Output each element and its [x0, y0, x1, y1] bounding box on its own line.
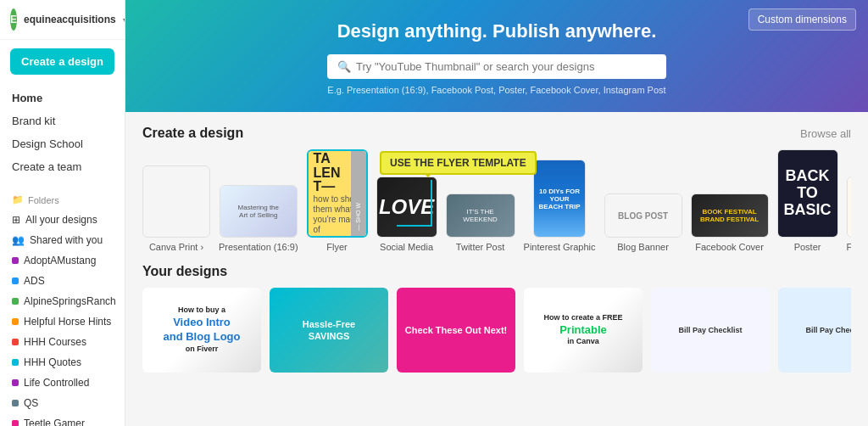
sidebar-item-home[interactable]: Home [0, 87, 125, 109]
blog-banner-thumb: BLOG POST [604, 193, 682, 238]
design-card-1[interactable]: How to buy aVideo Introand Blog Logoon F… [142, 288, 261, 373]
folder-dot-icon [12, 339, 19, 345]
folder-dot-icon [12, 318, 19, 325]
sidebar-item-hhh-quotes[interactable]: HHH Quotes [0, 352, 125, 373]
template-blog-banner[interactable]: BLOG POST Blog Banner [604, 193, 682, 252]
design-card-3[interactable]: Check These Out Next! [397, 288, 515, 373]
fb-cover-thumb: BOOK FESTIVAL BRAND FESTIVAL [691, 193, 769, 238]
canva-print-label: Canva Print › [149, 242, 203, 252]
sidebar-item-teetle-gamer[interactable]: Teetle Gamer [0, 413, 125, 426]
search-input[interactable] [356, 60, 656, 73]
poster-label: Poster [794, 242, 821, 252]
avatar: E [10, 8, 17, 31]
folder-dot-icon [12, 400, 19, 406]
username-label: equineacquisitions [24, 14, 116, 25]
template-fb-cover[interactable]: BOOK FESTIVAL BRAND FESTIVAL Facebook Co… [691, 193, 769, 252]
share-icon: 👥 [12, 234, 25, 246]
sidebar: E equineacquisitions ▾ Create a design H… [0, 0, 125, 426]
canva-print-thumb [142, 165, 210, 238]
custom-dimensions-button[interactable]: Custom dimensions [748, 8, 856, 31]
sidebar-item-hhh-courses[interactable]: HHH Courses [0, 332, 125, 352]
folder-dot-icon [12, 379, 19, 386]
flyer-tooltip: USE THE FLYER TEMPLATE [380, 151, 537, 175]
fb-post-label: Facebook Post [847, 242, 851, 252]
grid-icon: ⊞ [12, 214, 20, 226]
fb-cover-label: Facebook Cover [695, 242, 764, 252]
sidebar-folders-header[interactable]: 📁 Folders [0, 190, 125, 210]
tooltip-line-h [397, 225, 432, 227]
design-card-6[interactable]: Bill Pay Checklist [778, 288, 851, 373]
your-designs-title: Your designs [142, 264, 227, 279]
main-content: Custom dimensions Design anything. Publi… [125, 0, 868, 426]
hero-section: Custom dimensions Design anything. Publi… [125, 0, 868, 112]
design-card-5[interactable]: Bill Pay Checklist [651, 288, 770, 373]
folder-dot-icon [12, 257, 19, 264]
hero-title: Design anything. Publish anywhere. [337, 20, 657, 42]
your-designs-row: How to buy aVideo Introand Blog Logoon F… [142, 288, 851, 373]
social-media-label: Social Media [380, 242, 433, 252]
template-social-media[interactable]: LOVE Social Media [376, 177, 437, 252]
sidebar-item-all-designs[interactable]: ⊞ All your designs [0, 210, 125, 230]
sidebar-item-ads[interactable]: ADS [0, 271, 125, 291]
sidebar-item-adoptamustang[interactable]: AdoptAMustang [0, 250, 125, 271]
sidebar-item-helpful-horse[interactable]: Helpful Horse Hints [0, 311, 125, 332]
template-presentation[interactable]: Mastering theArt of Selling Presentation… [219, 185, 298, 252]
sidebar-item-create-team[interactable]: Create a team [0, 155, 125, 178]
tooltip-line [431, 180, 432, 227]
template-fb-post[interactable]: 🌸 Facebook Post [847, 177, 851, 252]
pinterest-label: Pinterest Graphic [524, 242, 596, 252]
social-media-thumb: LOVE [376, 177, 437, 238]
sidebar-folders-section: 📁 Folders ⊞ All your designs 👥 Shared wi… [0, 190, 125, 426]
folder-dot-icon [12, 298, 19, 305]
create-design-button[interactable]: Create a design [10, 48, 114, 75]
flyer-thumb: TALENT— how to show them what you're mad… [307, 149, 368, 238]
template-flyer[interactable]: TALENT— how to show them what you're mad… [307, 149, 368, 252]
folder-dot-icon [12, 277, 19, 284]
folder-icon: 📁 [12, 194, 24, 205]
design-card-2[interactable]: Hassle-FreeSAVINGS [270, 288, 388, 373]
design-card-4[interactable]: How to create a FREEPrintablein Canva [524, 288, 643, 373]
hero-examples: E.g. Presentation (16:9), Facebook Post,… [327, 85, 665, 95]
sidebar-nav: Home Brand kit Design School Create a te… [0, 83, 125, 182]
template-poster[interactable]: BACK TO BASIC Poster [777, 149, 838, 252]
presentation-label: Presentation (16:9) [219, 242, 298, 252]
sidebar-item-shared[interactable]: 👥 Shared with you [0, 230, 125, 250]
search-icon: 🔍 [337, 60, 351, 73]
folder-dot-icon [12, 359, 19, 366]
pinterest-thumb: 10 DIYs FOR YOUR BEACH TRIP [533, 160, 586, 238]
blog-banner-label: Blog Banner [617, 242, 669, 252]
presentation-thumb: Mastering theArt of Selling [220, 185, 298, 238]
template-canva-print[interactable]: Canva Print › [142, 165, 210, 252]
flyer-label: Flyer [326, 242, 347, 252]
search-bar: 🔍 [327, 54, 666, 79]
twitter-thumb: IT'S THE WEEKEND [446, 193, 515, 238]
template-twitter[interactable]: IT'S THE WEEKEND Twitter Post [446, 193, 515, 252]
folder-dot-icon [12, 420, 19, 426]
poster-thumb: BACK TO BASIC [777, 149, 838, 238]
sidebar-item-alpinespringsranch[interactable]: AlpineSpringsRanch [0, 291, 125, 311]
twitter-label: Twitter Post [456, 242, 504, 252]
your-designs-header: Your designs [142, 264, 851, 279]
create-design-section: Create a design Browse all USE THE FLYER… [125, 112, 868, 386]
sidebar-item-life-controlled[interactable]: Life Controlled [0, 373, 125, 393]
sidebar-item-design-school[interactable]: Design School [0, 132, 125, 155]
create-section-title: Create a design [142, 126, 243, 141]
sidebar-item-qs[interactable]: QS [0, 393, 125, 413]
browse-all-button[interactable]: Browse all [800, 127, 851, 140]
sidebar-item-brand-kit[interactable]: Brand kit [0, 109, 125, 132]
sidebar-header: E equineacquisitions ▾ [0, 0, 125, 40]
fb-post-thumb: 🌸 [847, 177, 851, 238]
create-section-header: Create a design Browse all [142, 126, 851, 141]
